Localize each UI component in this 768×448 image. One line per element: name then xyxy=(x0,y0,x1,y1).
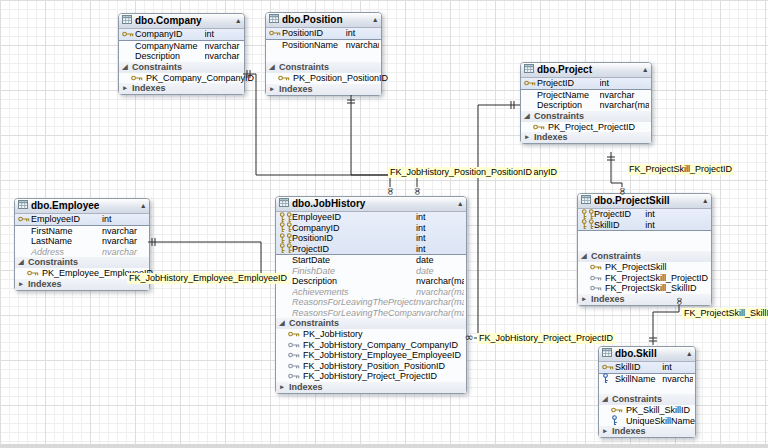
table-title: dbo.Employee xyxy=(31,201,137,212)
table-header-company[interactable]: dbo.Company▴ xyxy=(119,14,244,29)
constraints-section-header[interactable]: ◢Constraints xyxy=(521,111,651,122)
table-header-position[interactable]: dbo.Position▴ xyxy=(266,13,381,28)
column-row: SkillNamenvarchar xyxy=(599,374,695,385)
column-type: nvarchar xyxy=(102,236,147,247)
table-project[interactable]: dbo.Project▴ProjectIDintProjectNamenvarc… xyxy=(520,62,652,144)
one-end-marker xyxy=(152,238,155,246)
gray-key-icon xyxy=(288,341,301,349)
column-type: int xyxy=(645,209,709,220)
collapsed-triangle-icon: ▸ xyxy=(601,426,609,437)
column-type: nvarchar(max) xyxy=(600,100,650,111)
expanded-triangle-icon: ◢ xyxy=(268,62,276,73)
column-row: LastNamenvarchar xyxy=(15,236,149,247)
relationship-line[interactable] xyxy=(611,152,622,187)
relationship-line[interactable] xyxy=(653,305,679,345)
relationship-line[interactable] xyxy=(351,95,390,187)
double-key-icon xyxy=(581,209,594,220)
column-name: PositionID xyxy=(282,28,346,39)
key-columns-section: PositionIDint xyxy=(266,28,381,40)
gray-key-icon xyxy=(288,362,301,370)
indexes-label: Indexes xyxy=(28,279,62,290)
diagram-canvas: ∞∞∞∞∞∞ dbo.Company▴CompanyIDintCompanyNa… xyxy=(0,0,768,448)
indexes-section-header[interactable]: ▸Indexes xyxy=(599,426,695,437)
collapse-triangle-icon[interactable]: ▴ xyxy=(686,349,692,360)
relationship-label[interactable]: FK_JobHistory_Position_PositionID xyxy=(388,167,534,178)
relationship-line[interactable] xyxy=(474,105,520,338)
table-header-project[interactable]: dbo.Project▴ xyxy=(521,63,651,78)
column-name: EmployeeID xyxy=(292,212,416,223)
collapsed-triangle-icon: ▸ xyxy=(268,84,276,95)
table-header-projectskill[interactable]: dbo.ProjectSkill▴ xyxy=(578,194,711,209)
column-type: nvarchar(max) xyxy=(416,297,464,308)
gold-key-icon xyxy=(590,263,603,271)
column-name: PositionID xyxy=(292,233,416,244)
gold-key-icon xyxy=(602,363,615,371)
gold-key-icon xyxy=(524,79,537,87)
column-name: PositionName xyxy=(282,40,346,51)
constraints-section-header[interactable]: ◢Constraints xyxy=(15,257,149,268)
table-header-jobhistory[interactable]: dbo.JobHistory▴ xyxy=(276,197,466,212)
collapse-triangle-icon[interactable]: ▴ xyxy=(140,201,146,212)
relationship-label[interactable]: FK_JobHistory_Employee_EmployeeID xyxy=(127,273,289,284)
gold-key-icon xyxy=(269,29,282,37)
table-grid-icon xyxy=(18,200,28,212)
gold-key-icon xyxy=(533,123,546,131)
table-jobhistory[interactable]: dbo.JobHistory▴EmployeeIDintCompanyIDint… xyxy=(275,196,467,394)
collapse-triangle-icon[interactable]: ▴ xyxy=(457,199,463,210)
relationship-label[interactable]: FK_ProjectSkill_ProjectID xyxy=(627,164,734,175)
column-type: date xyxy=(416,255,464,266)
indexes-section-header[interactable]: ▸Indexes xyxy=(119,83,244,94)
collapse-triangle-icon[interactable]: ▴ xyxy=(702,196,708,207)
column-row: SkillIDint xyxy=(599,362,695,373)
relationship-line[interactable] xyxy=(148,242,263,276)
constraints-label: Constraints xyxy=(279,62,329,73)
table-grid-icon xyxy=(269,14,279,26)
relationship-label[interactable]: FK_JobHistory_Project_ProjectID xyxy=(477,333,615,344)
column-name: StartDate xyxy=(292,255,416,266)
table-skill[interactable]: dbo.Skill▴SkillIDintSkillNamenvarchar◢Co… xyxy=(598,346,696,438)
column-row: ProjectIDint xyxy=(578,209,711,220)
indexes-section-header[interactable]: ▸Indexes xyxy=(276,382,466,393)
column-row: CompanyNamenvarchar xyxy=(119,41,244,52)
column-row: ProjectIDint xyxy=(521,78,651,89)
table-header-skill[interactable]: dbo.Skill▴ xyxy=(599,347,695,362)
expanded-triangle-icon: ◢ xyxy=(17,257,25,268)
indexes-section-header[interactable]: ▸Indexes xyxy=(266,84,381,95)
gray-key-icon xyxy=(590,284,603,292)
constraint-name: FK_ProjectSkill_ProjectID xyxy=(605,273,708,284)
collapse-triangle-icon[interactable]: ▴ xyxy=(372,15,378,26)
column-name: Address xyxy=(31,247,102,258)
column-name: Description xyxy=(292,276,416,287)
table-header-employee[interactable]: dbo.Employee▴ xyxy=(15,199,149,214)
indexes-section-header[interactable]: ▸Indexes xyxy=(578,294,711,305)
table-projectskill[interactable]: dbo.ProjectSkill▴ProjectIDintSkillIDint◢… xyxy=(577,193,712,306)
double-key-icon xyxy=(279,243,292,254)
constraints-section-header[interactable]: ◢Constraints xyxy=(599,394,695,405)
table-position[interactable]: dbo.Position▴PositionIDintPositionNamenv… xyxy=(265,12,382,96)
column-name: ReasonsForLeavingTheCompany xyxy=(292,308,416,319)
constraints-section-header[interactable]: ◢Constraints xyxy=(578,251,711,262)
gold-key-icon xyxy=(278,74,291,82)
indexes-label: Indexes xyxy=(591,294,625,305)
constraint-name: FK_JobHistory_Employee_EmployeeID xyxy=(303,350,461,361)
table-company[interactable]: dbo.Company▴CompanyIDintCompanyNamenvarc… xyxy=(118,13,245,95)
key-columns-section: ProjectIDintSkillIDint xyxy=(578,209,711,231)
constraint-row: FK_ProjectSkill_SkillID xyxy=(578,283,711,294)
collapse-triangle-icon[interactable]: ▴ xyxy=(642,65,648,76)
gray-key-icon xyxy=(590,274,603,282)
collapsed-triangle-icon: ▸ xyxy=(580,294,588,305)
collapsed-triangle-icon: ▸ xyxy=(278,382,286,393)
constraints-section-header[interactable]: ◢Constraints xyxy=(276,318,466,329)
constraint-row: FK_JobHistory_Company_CompanyID xyxy=(276,340,466,351)
collapse-triangle-icon[interactable]: ▴ xyxy=(235,16,241,27)
table-title: dbo.ProjectSkill xyxy=(594,196,699,207)
constraints-section-header[interactable]: ◢Constraints xyxy=(266,62,381,73)
column-name: ProjectID xyxy=(594,209,645,220)
constraint-row: PK_JobHistory xyxy=(276,329,466,340)
indexes-section-header[interactable]: ▸Indexes xyxy=(521,132,651,143)
table-grid-icon xyxy=(602,348,612,360)
many-end-infinity-icon: ∞ xyxy=(384,186,397,195)
column-row: SkillIDint xyxy=(578,220,711,231)
constraints-section-header[interactable]: ◢Constraints xyxy=(119,62,244,73)
relationship-label[interactable]: FK_ProjectSkill_SkillID xyxy=(682,308,768,319)
